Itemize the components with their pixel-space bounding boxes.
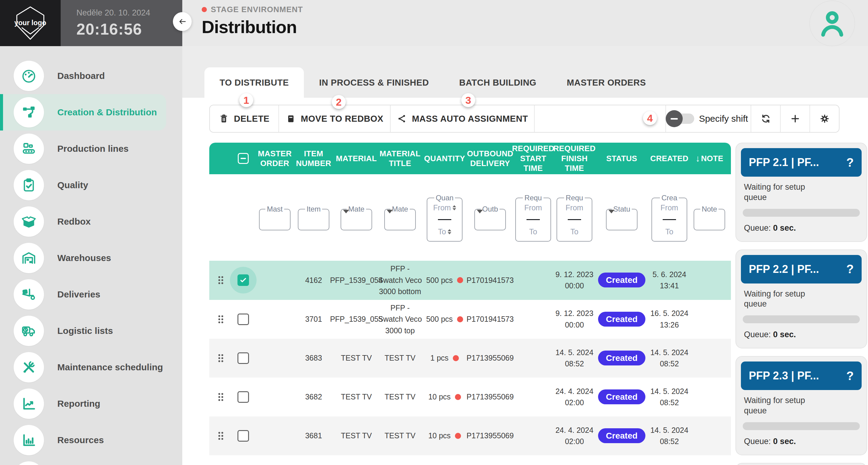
collapse-sidebar-button[interactable]	[173, 12, 192, 31]
column-header-quantity[interactable]: QUANTITY	[424, 153, 465, 164]
filter-note-text[interactable]: Note	[693, 205, 725, 230]
number-stepper-icon[interactable]	[453, 205, 456, 210]
range-from-placeholder[interactable]: From	[433, 203, 451, 212]
sidebar-item-quality[interactable]: Quality	[0, 167, 182, 203]
filter-item-text[interactable]: Item	[298, 205, 329, 230]
table-row[interactable]: 3683TEST TVTEST TV1 pcsP171395506914. 5.…	[209, 339, 731, 378]
column-header-outbound-delivery[interactable]: OUTBOUND DELIVERY	[467, 149, 514, 169]
column-header-item-number[interactable]: ITEM NUMBER	[292, 149, 335, 169]
tab-in-process-finished[interactable]: IN PROCESS & FINISHED	[304, 67, 444, 98]
range-from-placeholder[interactable]: From	[660, 203, 678, 212]
sidebar-item-resources[interactable]: Resources	[0, 422, 182, 458]
mass-auto-assignment-button[interactable]: MASS AUTO ASSIGNMENT	[390, 105, 534, 132]
column-header-master-order[interactable]: MASTER ORDER	[257, 149, 292, 169]
table-header-row: MASTER ORDERITEM NUMBERMATERIALMATERIAL …	[209, 143, 731, 174]
add-button[interactable]	[780, 105, 809, 132]
sidebar-item-label: Resources	[57, 435, 104, 445]
help-icon[interactable]: ?	[846, 156, 854, 169]
cell-status: Created	[598, 313, 645, 326]
help-icon[interactable]: ?	[846, 262, 854, 276]
filter-mast-text[interactable]: Mast	[259, 205, 290, 230]
cell-item-number: 3683	[305, 352, 322, 364]
range-to-placeholder[interactable]: To	[529, 227, 537, 236]
sidebar-item-partial[interactable]	[0, 458, 182, 465]
filter-requ-date-range[interactable]: RequFromTo	[557, 194, 592, 242]
help-icon[interactable]: ?	[846, 369, 854, 383]
queue-progress-bar	[743, 422, 860, 430]
table-row[interactable]: 3682TEST TVTEST TV10 pcsP171395506924. 4…	[209, 378, 731, 416]
refresh-button[interactable]	[751, 105, 780, 132]
queue-card-header[interactable]: PFP 2.2 | PF...?	[741, 255, 862, 284]
truck-clock-icon	[14, 316, 44, 346]
column-header-created[interactable]: CREATED	[650, 153, 688, 164]
move-to-redbox-button[interactable]: MOVE TO REDBOX	[278, 105, 390, 132]
toggle-knob-icon	[666, 110, 683, 127]
column-header-required-finish-time[interactable]: REQUIRED FINISH TIME	[553, 144, 596, 173]
drag-handle-icon[interactable]	[218, 315, 223, 323]
range-from-placeholder[interactable]: From	[524, 203, 542, 212]
person-icon	[817, 8, 847, 38]
queue-card-status: Waiting for setup queue	[744, 396, 823, 416]
table-row[interactable]: 3681TEST TVTEST TV10 pcsP171395506924. 4…	[209, 416, 731, 455]
filter-requ-date-range[interactable]: RequFromTo	[515, 194, 551, 242]
column-header-material[interactable]: MATERIAL	[336, 153, 377, 164]
column-header-status[interactable]: STATUS	[606, 153, 637, 164]
annotation-badge-4: 4	[643, 111, 657, 125]
filter-mate-select[interactable]: Mate	[384, 205, 416, 230]
drag-handle-icon[interactable]	[218, 393, 223, 401]
range-to-placeholder[interactable]: To	[438, 227, 446, 236]
filter-statu-select[interactable]: Statu	[606, 205, 638, 230]
sidebar-item-creation-distribution[interactable]: Creation & Distribution	[0, 94, 166, 130]
sidebar-item-label: Quality	[57, 180, 88, 190]
sidebar-item-maintenance-scheduling[interactable]: Maintenance scheduling	[0, 349, 182, 385]
drag-handle-icon[interactable]	[218, 432, 223, 440]
sidebar-item-reporting[interactable]: Reporting	[0, 385, 182, 422]
filter-mate-select[interactable]: Mate	[341, 205, 372, 230]
filter-label: Mast	[266, 205, 284, 213]
specify-shift-toggle[interactable]	[669, 114, 694, 124]
chevron-down-icon[interactable]	[343, 210, 349, 219]
tab-batch-building[interactable]: BATCH BUILDING	[444, 67, 552, 98]
row-checkbox[interactable]	[238, 430, 249, 442]
row-checkbox[interactable]	[238, 352, 249, 364]
range-from-placeholder[interactable]: From	[566, 203, 583, 212]
filter-crea-date-range[interactable]: CreaFromTo	[651, 194, 687, 242]
table-row[interactable]: 4162PFP_1539_054PFP - Swatch Veco 3000 b…	[209, 261, 731, 300]
user-avatar[interactable]	[809, 1, 855, 46]
sidebar-item-dashboard[interactable]: Dashboard	[0, 58, 182, 94]
number-stepper-icon[interactable]	[448, 229, 451, 234]
gauge-icon	[14, 61, 44, 91]
sidebar-item-deliveries[interactable]: Deliveries	[0, 276, 182, 313]
sidebar-item-redbox[interactable]: Redbox	[0, 203, 182, 240]
column-header-note[interactable]: ↓NOTE	[695, 153, 723, 164]
current-time: 20:16:56	[76, 20, 182, 38]
range-to-placeholder[interactable]: To	[665, 227, 673, 236]
drag-handle-icon[interactable]	[218, 354, 223, 362]
chevron-down-icon[interactable]	[609, 210, 615, 219]
row-checkbox[interactable]	[238, 274, 249, 286]
queue-card-header[interactable]: PFP 2.1 | PF...?	[741, 148, 862, 177]
sidebar-item-warehouses[interactable]: Warehouses	[0, 240, 182, 276]
queue-card-header[interactable]: PFP 2.3 | PF...?	[741, 361, 862, 390]
sidebar-item-logistic-lists[interactable]: Logistic lists	[0, 313, 182, 349]
cell-material: TEST TV	[341, 430, 372, 442]
filter-outb-select[interactable]: Outb	[474, 205, 506, 230]
cell-item-number: 3681	[305, 430, 322, 442]
filter-quan-number-range[interactable]: QuanFromTo	[427, 194, 463, 242]
select-all-checkbox[interactable]	[238, 153, 249, 164]
chevron-down-icon[interactable]	[477, 210, 483, 219]
chevron-down-icon[interactable]	[387, 210, 393, 219]
row-checkbox[interactable]	[238, 391, 249, 403]
trash-icon	[219, 114, 229, 124]
row-checkbox[interactable]	[238, 314, 249, 325]
tab-master-orders[interactable]: MASTER ORDERS	[552, 67, 661, 98]
drag-handle-icon[interactable]	[218, 276, 223, 284]
column-header-material-title[interactable]: MATERIAL TITLE	[378, 149, 422, 169]
tab-to-distribute[interactable]: TO DISTRIBUTE	[205, 67, 304, 98]
table-row[interactable]: 3701PFP_1539_055PFP - Swatch Veco 3000 t…	[209, 300, 731, 339]
settings-button[interactable]	[809, 105, 839, 132]
column-header-required-start-time[interactable]: REQUIRED START TIME	[512, 144, 554, 173]
sidebar-item-production-lines[interactable]: Production lines	[0, 130, 182, 167]
range-to-placeholder[interactable]: To	[570, 227, 578, 236]
delete-button[interactable]: DELETE	[210, 105, 278, 132]
